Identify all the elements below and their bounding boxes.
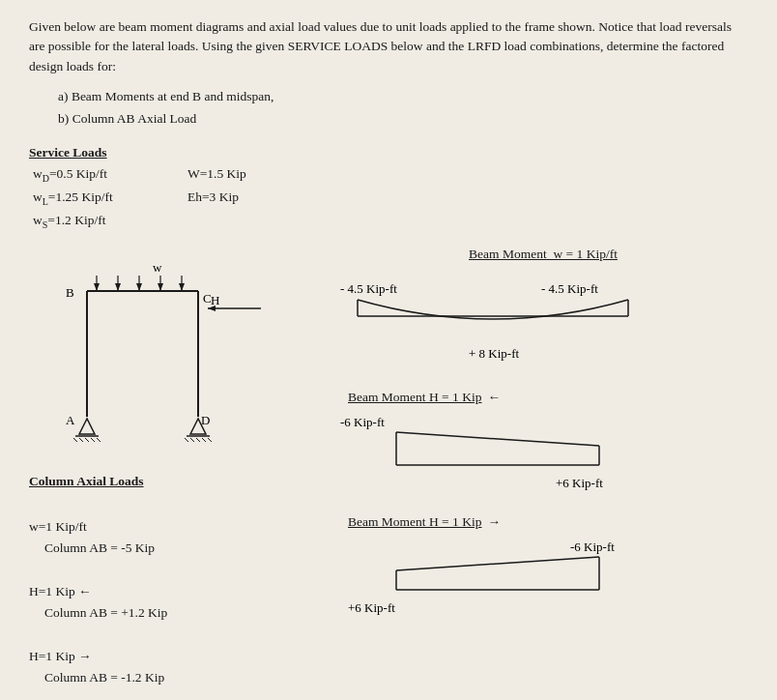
frame-label-d-text: D xyxy=(201,413,210,427)
axial-item-h-left: H=1 Kip ← xyxy=(29,581,329,602)
loads-grid: wD=0.5 Kip/ft W=1.5 Kip wL=1.25 Kip/ft E… xyxy=(33,163,748,234)
svg-line-24 xyxy=(185,438,188,442)
svg-line-40 xyxy=(396,557,599,570)
bm-h-left-arrow: ← xyxy=(487,390,501,405)
beam-moment-h-right-section: Beam Moment H = 1 Kip → -6 Kip-ft +6 Kip… xyxy=(338,514,748,626)
bm-h-right-bot-val: +6 Kip-ft xyxy=(348,600,395,615)
svg-marker-3 xyxy=(115,283,121,291)
axial-result-h-left: Column AB = +1.2 Kip xyxy=(44,602,329,624)
bm-w-mid-val: + 8 Kip-ft xyxy=(469,346,519,361)
bm-h-left-title-text: Beam Moment H = 1 Kip xyxy=(348,390,481,405)
beam-moment-h-right-header: Beam Moment H = 1 Kip → xyxy=(348,514,748,530)
bm-h-left-top-val: -6 Kip-ft xyxy=(340,415,385,429)
svg-line-25 xyxy=(190,438,194,442)
axial-item-w: w=1 Kip/ft xyxy=(29,516,329,538)
frame-label-a-text: A xyxy=(66,413,75,427)
load-eh: Eh=3 Kip xyxy=(187,187,323,210)
load-ws: wS=1.2 Kip/ft xyxy=(33,210,187,233)
svg-line-27 xyxy=(202,438,206,442)
main-content: w B C xyxy=(29,247,748,688)
beam-moment-h-left-header: Beam Moment H = 1 Kip ← xyxy=(348,390,748,405)
load-wd: wD=0.5 Kip/ft xyxy=(33,163,187,187)
bm-h-right-top-val: -6 Kip-ft xyxy=(570,540,615,554)
load-blank xyxy=(187,210,323,233)
intro-paragraph: Given below are beam moment diagrams and… xyxy=(29,17,748,76)
beam-moment-w-section: Beam Moment w = 1 Kip/ft - 4.5 Kip-ft - … xyxy=(338,247,748,376)
frame-svg: w B C xyxy=(39,254,309,467)
svg-line-20 xyxy=(79,438,83,442)
svg-line-21 xyxy=(85,438,89,442)
beam-moment-w-svg: - 4.5 Kip-ft - 4.5 Kip-ft + 8 Kip-ft xyxy=(338,266,657,372)
column-axial-section: Column Axial Loads w=1 Kip/ft Column AB … xyxy=(29,471,329,688)
bm-w-right-val: - 4.5 Kip-ft xyxy=(541,281,598,296)
problem-item-a: Beam Moments at end B and midspan, xyxy=(58,86,748,108)
right-panel: Beam Moment w = 1 Kip/ft - 4.5 Kip-ft - … xyxy=(329,247,748,688)
frame-label-b-text: B xyxy=(66,285,74,300)
beam-moment-h-left-section: Beam Moment H = 1 Kip ← -6 Kip-ft +6 Kip… xyxy=(338,390,748,501)
svg-line-36 xyxy=(396,432,599,446)
bm-h-right-title-text: Beam Moment H = 1 Kip xyxy=(348,514,481,530)
bm-h-left-bot-val: +6 Kip-ft xyxy=(556,476,603,490)
frame-label-w: w xyxy=(153,260,162,275)
svg-marker-5 xyxy=(136,283,142,291)
svg-marker-32 xyxy=(396,432,590,463)
axial-result-h-right: Column AB = -1.2 Kip xyxy=(44,667,329,688)
svg-marker-1 xyxy=(94,283,100,291)
column-axial-title: Column Axial Loads xyxy=(29,471,329,492)
svg-line-28 xyxy=(208,438,212,442)
load-w: W=1.5 Kip xyxy=(187,163,323,187)
left-panel: w B C xyxy=(29,247,329,688)
load-wl: wL=1.25 Kip/ft xyxy=(33,187,187,210)
service-loads-section: Service Loads wD=0.5 Kip/ft W=1.5 Kip wL… xyxy=(29,142,748,234)
frame-diagram: w B C xyxy=(39,254,309,467)
svg-marker-9 xyxy=(179,283,185,291)
problem-list: Beam Moments at end B and midspan, Colum… xyxy=(58,86,748,131)
svg-marker-15 xyxy=(79,419,95,434)
svg-line-26 xyxy=(196,438,200,442)
bm-h-right-arrow: → xyxy=(487,514,501,530)
svg-marker-7 xyxy=(158,283,163,291)
beam-moment-h-right-svg: -6 Kip-ft +6 Kip-ft xyxy=(338,530,657,622)
svg-line-23 xyxy=(97,438,101,442)
svg-line-22 xyxy=(91,438,95,442)
axial-item-h-right: H=1 Kip → xyxy=(29,646,329,667)
bm-w-left-val: - 4.5 Kip-ft xyxy=(340,281,397,296)
axial-result-w: Column AB = -5 Kip xyxy=(44,538,329,559)
beam-moment-w-title: Beam Moment w = 1 Kip/ft xyxy=(338,247,748,262)
svg-line-19 xyxy=(73,438,77,442)
frame-label-h-text: H xyxy=(211,293,219,307)
beam-moment-h-left-svg: -6 Kip-ft +6 Kip-ft xyxy=(338,405,657,497)
problem-item-b: Column AB Axial Load xyxy=(58,108,748,131)
service-loads-title: Service Loads xyxy=(29,145,107,160)
